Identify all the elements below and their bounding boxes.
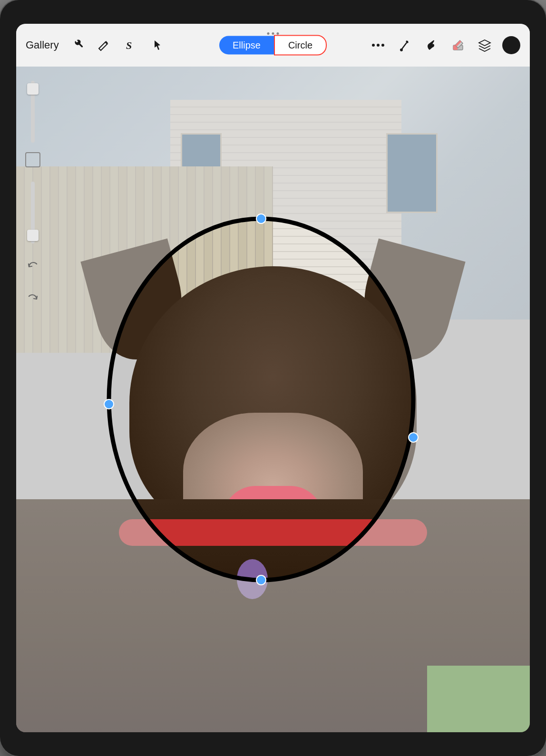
wrench-icon[interactable]	[68, 36, 87, 54]
ellipse-button[interactable]: Ellipse	[219, 36, 274, 55]
window-right	[386, 133, 438, 213]
toolbar-icons-right	[369, 36, 520, 54]
toolbar-icons-left: S	[68, 36, 166, 54]
top-bar: Gallery	[16, 24, 530, 67]
left-sidebar	[16, 67, 49, 732]
svg-point-3	[381, 44, 384, 47]
grass-area	[427, 666, 530, 732]
gallery-button[interactable]: Gallery	[26, 39, 59, 51]
canvas-area[interactable]	[16, 67, 530, 732]
brush-size-slider[interactable]	[31, 81, 35, 143]
size-slider-thumb[interactable]	[27, 83, 39, 95]
size-slider-track[interactable]	[31, 81, 35, 143]
shape-toggle: Ellipse Circle	[219, 35, 327, 56]
three-dots-top	[267, 32, 279, 35]
shape-toggle-group: Ellipse Circle	[219, 35, 327, 56]
dog-collar	[119, 519, 427, 546]
selection-arrow-icon[interactable]	[148, 36, 166, 54]
svg-text:S: S	[126, 39, 132, 51]
s-tool-icon[interactable]: S	[122, 36, 140, 54]
brush-icon[interactable]	[396, 36, 414, 54]
photo-background	[16, 67, 530, 732]
opacity-slider[interactable]	[31, 177, 35, 243]
opacity-slider-thumb[interactable]	[27, 230, 39, 241]
eraser-icon[interactable]	[449, 36, 467, 54]
magic-wand-icon[interactable]	[95, 36, 113, 54]
smudge-icon[interactable]	[422, 36, 440, 54]
ipad-frame: Gallery	[0, 0, 546, 756]
tool-shape-indicator[interactable]	[25, 152, 40, 167]
layers-icon[interactable]	[476, 36, 494, 54]
collar-tag	[237, 559, 268, 599]
ipad-screen: Gallery	[16, 24, 530, 732]
color-picker-button[interactable]	[502, 36, 520, 54]
circle-button[interactable]: Circle	[274, 35, 327, 56]
svg-point-2	[377, 44, 380, 47]
undo-button[interactable]	[24, 258, 42, 276]
redo-button[interactable]	[24, 290, 42, 308]
more-options-button[interactable]	[369, 36, 387, 54]
svg-point-1	[372, 44, 375, 47]
opacity-slider-track[interactable]	[31, 182, 35, 243]
